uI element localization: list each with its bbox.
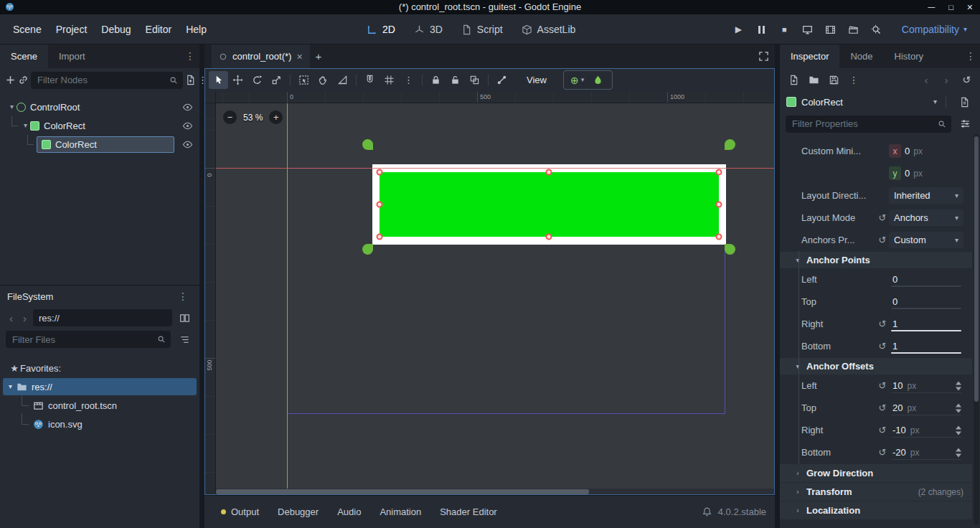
- canvas-2d[interactable]: − 53 % +: [216, 103, 775, 495]
- history-forward-button[interactable]: ›: [937, 71, 956, 88]
- anchor-right-field[interactable]: 1: [889, 313, 963, 335]
- select-tool-button[interactable]: [209, 71, 228, 89]
- zoom-out-button[interactable]: −: [223, 110, 237, 124]
- play-current-scene-button[interactable]: [798, 21, 816, 39]
- section-anchor-offsets[interactable]: ▾ Anchor Offsets: [780, 357, 972, 374]
- rotate-tool-button[interactable]: [248, 71, 267, 89]
- selected-colorrect[interactable]: [380, 172, 719, 237]
- notification-bell-icon[interactable]: [702, 506, 712, 517]
- resize-handle-top-right[interactable]: [716, 169, 722, 176]
- container-sizing-button[interactable]: [588, 71, 608, 89]
- ruler-tool-button[interactable]: [333, 71, 352, 89]
- nav-forward-button[interactable]: ›: [19, 313, 30, 324]
- anchor-preset-button[interactable]: ⊕ ▾: [568, 71, 586, 89]
- object-dropdown-button[interactable]: ▾: [933, 98, 937, 105]
- anchor-left-field[interactable]: 0: [889, 268, 963, 291]
- unlock-button[interactable]: [446, 71, 465, 89]
- visibility-toggle[interactable]: [182, 139, 193, 150]
- move-tool-button[interactable]: [228, 71, 248, 89]
- y-value[interactable]: 0: [905, 168, 910, 179]
- revert-button[interactable]: ↺: [876, 213, 889, 222]
- revert-button[interactable]: ↺: [876, 425, 889, 435]
- property-filter-input[interactable]: [791, 118, 933, 130]
- section-grow-direction[interactable]: › Grow Direction: [780, 463, 972, 482]
- resize-handle-bottom-left[interactable]: [377, 234, 383, 240]
- vertical-ruler[interactable]: 0 500: [204, 103, 216, 495]
- offset-bottom-field[interactable]: -20 px: [889, 441, 963, 463]
- bottom-tab-animation[interactable]: Animation: [372, 501, 429, 523]
- resize-handle-bottom-right[interactable]: [716, 234, 722, 240]
- pan-tool-button[interactable]: [314, 71, 333, 89]
- anchor-top-field[interactable]: 0: [889, 291, 963, 313]
- split-view-button[interactable]: [175, 309, 194, 326]
- resize-handle-bottom[interactable]: [546, 234, 552, 240]
- horizontal-ruler[interactable]: 0 500 1000: [216, 92, 775, 103]
- inspector-dock-menu[interactable]: ⋮: [961, 44, 980, 68]
- close-button[interactable]: ×: [967, 2, 973, 12]
- new-scene-tab-button[interactable]: +: [316, 51, 322, 62]
- tab-scene[interactable]: Scene: [0, 44, 48, 68]
- tree-row-controlroot[interactable]: ▾ ControlRoot: [0, 98, 199, 116]
- renderer-selector[interactable]: Compatibility ▾: [897, 19, 971, 39]
- file-sort-button[interactable]: [175, 331, 194, 348]
- tab-inspector[interactable]: Inspector: [780, 44, 839, 68]
- minimize-button[interactable]: —: [928, 4, 935, 11]
- maximize-button[interactable]: □: [948, 4, 953, 11]
- scene-filter-input[interactable]: [36, 74, 165, 86]
- revert-button[interactable]: ↺: [876, 319, 889, 329]
- anchor-marker-top-right[interactable]: [725, 139, 735, 150]
- section-localization[interactable]: › Localization: [780, 501, 972, 519]
- collapse-arrow-icon[interactable]: ▾: [7, 103, 17, 110]
- movie-maker-button[interactable]: [844, 21, 862, 39]
- selected-node-box[interactable]: ColorRect: [37, 136, 174, 153]
- workspace-2d[interactable]: 2D: [361, 19, 401, 40]
- play-button[interactable]: ▶: [730, 21, 748, 39]
- new-resource-button[interactable]: [784, 71, 803, 88]
- horizontal-scrollbar-thumb[interactable]: [216, 489, 589, 494]
- menu-scene[interactable]: Scene: [6, 19, 49, 39]
- workspace-3d[interactable]: 3D: [408, 19, 448, 40]
- folder-row-res[interactable]: ▾ res://: [0, 377, 199, 396]
- section-anchor-points[interactable]: ▾ Anchor Points: [780, 251, 972, 268]
- snap-options-menu[interactable]: ⋮: [399, 71, 418, 89]
- inspector-scrollbar-thumb[interactable]: [974, 136, 979, 402]
- open-docs-button[interactable]: [955, 93, 974, 110]
- x-value[interactable]: 0: [905, 146, 910, 156]
- path-field[interactable]: res://: [33, 309, 172, 326]
- resize-handle-left[interactable]: [377, 202, 383, 208]
- offset-right-field[interactable]: -10 px: [889, 419, 963, 441]
- distraction-free-button[interactable]: [758, 51, 769, 62]
- play-custom-scene-button[interactable]: [821, 21, 839, 39]
- horizontal-scrollbar[interactable]: [216, 489, 775, 495]
- bottom-tab-audio[interactable]: Audio: [329, 501, 369, 523]
- revert-button[interactable]: ↺: [876, 381, 889, 390]
- object-history-button[interactable]: ↺: [957, 71, 976, 88]
- tab-import[interactable]: Import: [48, 44, 96, 68]
- smart-snap-toggle[interactable]: [360, 71, 380, 89]
- workspace-script[interactable]: Script: [456, 19, 509, 40]
- resize-handle-top-left[interactable]: [377, 169, 383, 176]
- tab-history[interactable]: History: [884, 44, 934, 68]
- scene-dock-menu[interactable]: ⋮: [181, 44, 199, 68]
- skeleton-options-button[interactable]: [492, 71, 512, 89]
- pause-button[interactable]: [753, 21, 771, 39]
- zoom-in-button[interactable]: +: [269, 110, 283, 124]
- group-button[interactable]: [465, 71, 484, 89]
- offset-left-field[interactable]: 10 px: [889, 374, 963, 397]
- bottom-tab-output[interactable]: Output: [213, 501, 267, 523]
- selected-folder-box[interactable]: ▾ res://: [3, 378, 197, 395]
- resize-handle-top[interactable]: [546, 169, 552, 176]
- nav-back-button[interactable]: ‹: [6, 313, 17, 324]
- resource-options-menu[interactable]: ⋮: [844, 71, 863, 88]
- zoom-level[interactable]: 53 %: [243, 113, 263, 123]
- spin-stepper[interactable]: [956, 448, 961, 457]
- anchor-bottom-field[interactable]: 1: [889, 335, 963, 357]
- anchor-marker-bottom-right[interactable]: [725, 244, 735, 255]
- resize-handle-right[interactable]: [716, 202, 722, 208]
- collapse-arrow-icon[interactable]: ▾: [21, 122, 30, 129]
- movie-maker-toggle[interactable]: [867, 21, 885, 39]
- menu-editor[interactable]: Editor: [138, 19, 179, 39]
- view-menu-button[interactable]: View: [520, 71, 553, 89]
- workspace-assetlib[interactable]: AssetLib: [516, 19, 582, 40]
- scale-tool-button[interactable]: [267, 71, 286, 89]
